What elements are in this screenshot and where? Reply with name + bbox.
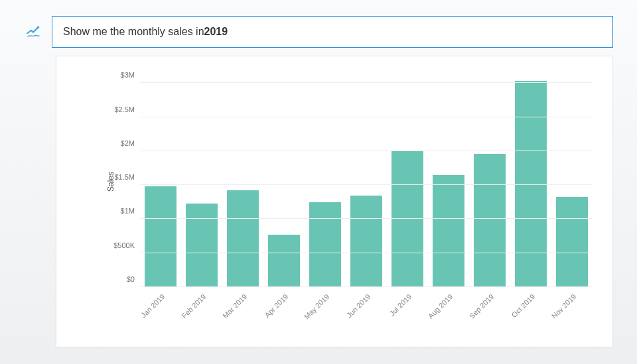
x-tick-label: Jul 2019 [388,292,413,318]
bar-slot [263,76,305,287]
bar-slot [387,76,428,287]
x-tick-label: Apr 2019 [263,292,289,319]
x-tick-label: Oct 2019 [510,292,536,319]
x-tick-label: Mar 2019 [221,292,248,320]
chart-area: Sales $0$500K$1M$1.5M$2M$2.5M$3M Jan 201… [103,76,593,287]
y-tick-label: $2.5M [114,105,135,113]
bar[interactable] [268,235,300,287]
chart-card: Sales $0$500K$1M$1.5M$2M$2.5M$3M Jan 201… [56,56,613,347]
y-tick-label: $1M [121,207,135,215]
x-label-slot: Mar 2019 [222,287,263,334]
zia-icon [24,23,42,41]
x-label-slot: Sep 2019 [469,287,510,334]
x-label-slot: Apr 2019 [263,287,305,334]
x-tick-label: Sep 2019 [468,292,496,320]
bar-slot [551,76,593,287]
x-tick-label: May 2019 [303,292,331,321]
x-tick-label: Nov 2019 [550,292,578,320]
bar-slot [181,76,222,287]
x-tick-label: Feb 2019 [180,292,207,320]
y-tick-label: $500K [113,241,135,249]
query-row: Show me the monthly sales in 2019 [24,16,613,48]
grid-line [140,253,593,253]
query-text-bold: 2019 [204,26,228,38]
x-label-slot: Oct 2019 [510,287,551,334]
bar-slot [222,76,263,287]
x-label-slot: Jan 2019 [140,287,181,334]
x-label-slot: Feb 2019 [181,287,222,334]
y-tick-label: $3M [121,71,135,79]
svg-point-0 [37,27,39,29]
app-canvas: Show me the monthly sales in 2019 Sales … [0,0,637,364]
grid-line [140,218,593,219]
bar[interactable] [350,196,382,287]
bar[interactable] [556,197,588,287]
bar[interactable] [227,190,259,287]
query-input[interactable]: Show me the monthly sales in 2019 [52,16,613,48]
x-label-slot: Jun 2019 [346,287,387,334]
bar-slot [140,76,181,287]
bar-slot [469,76,510,287]
bar[interactable] [186,204,218,287]
x-tick-label: Aug 2019 [427,292,455,320]
y-tick-label: $0 [127,275,135,283]
plot-area: $0$500K$1M$1.5M$2M$2.5M$3M [140,76,593,287]
bar-slot [428,76,469,287]
bar[interactable] [474,154,506,287]
bar-slot [510,76,551,287]
x-tick-label: Jan 2019 [139,292,166,319]
bar-slot [346,76,387,287]
y-tick-label: $2M [121,139,135,147]
bar-slot [305,76,346,287]
x-axis-labels: Jan 2019Feb 2019Mar 2019Apr 2019May 2019… [140,287,593,334]
grid-line [140,82,593,83]
x-tick-label: Jun 2019 [345,292,372,319]
bar[interactable] [145,186,177,287]
x-label-slot: Jul 2019 [387,287,428,334]
grid-line [140,117,593,117]
bar[interactable] [433,175,464,287]
bars-container [140,76,593,287]
bar[interactable] [309,202,341,287]
y-tick-label: $1.5M [114,173,135,181]
x-label-slot: Aug 2019 [428,287,469,334]
query-text-prefix: Show me the monthly sales in [63,26,204,38]
grid-line [140,184,593,185]
x-label-slot: May 2019 [305,287,346,334]
x-label-slot: Nov 2019 [551,287,593,334]
grid-line [140,151,593,151]
